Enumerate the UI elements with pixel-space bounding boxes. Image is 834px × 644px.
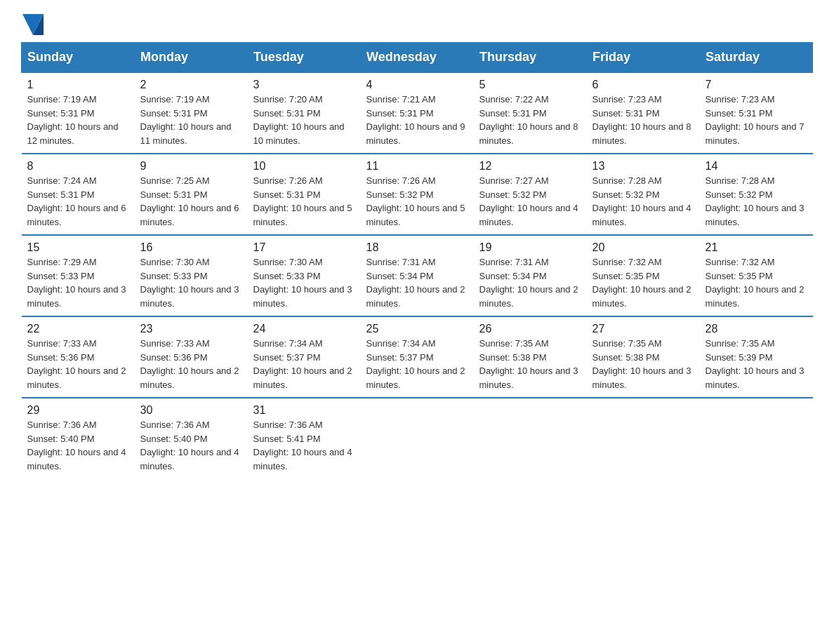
calendar-cell: 3 Sunrise: 7:20 AMSunset: 5:31 PMDayligh… — [248, 72, 361, 154]
day-info: Sunrise: 7:32 AMSunset: 5:35 PMDaylight:… — [593, 257, 691, 309]
day-number: 24 — [253, 323, 355, 335]
calendar-cell: 29 Sunrise: 7:36 AMSunset: 5:40 PMDaylig… — [22, 398, 135, 478]
calendar-cell: 21 Sunrise: 7:32 AMSunset: 5:35 PMDaylig… — [700, 235, 813, 316]
day-info: Sunrise: 7:24 AMSunset: 5:31 PMDaylight:… — [27, 175, 126, 227]
calendar-cell: 2 Sunrise: 7:19 AMSunset: 5:31 PMDayligh… — [135, 72, 248, 154]
day-number: 6 — [593, 79, 694, 91]
page-header — [21, 14, 813, 35]
logo — [21, 14, 45, 35]
day-number: 4 — [366, 79, 468, 91]
calendar-cell: 14 Sunrise: 7:28 AMSunset: 5:32 PMDaylig… — [700, 154, 813, 235]
day-number: 21 — [706, 241, 807, 254]
calendar-cell: 13 Sunrise: 7:28 AMSunset: 5:32 PMDaylig… — [587, 154, 700, 235]
day-info: Sunrise: 7:27 AMSunset: 5:32 PMDaylight:… — [479, 175, 578, 227]
calendar-cell: 7 Sunrise: 7:23 AMSunset: 5:31 PMDayligh… — [700, 72, 813, 154]
day-info: Sunrise: 7:36 AMSunset: 5:40 PMDaylight:… — [140, 420, 239, 471]
calendar-week-row: 1 Sunrise: 7:19 AMSunset: 5:31 PMDayligh… — [22, 72, 813, 154]
day-number: 29 — [27, 404, 129, 417]
calendar-cell: 26 Sunrise: 7:35 AMSunset: 5:38 PMDaylig… — [474, 316, 587, 398]
calendar-week-row: 29 Sunrise: 7:36 AMSunset: 5:40 PMDaylig… — [22, 398, 813, 478]
day-info: Sunrise: 7:30 AMSunset: 5:33 PMDaylight:… — [140, 257, 239, 309]
day-number: 12 — [479, 160, 581, 173]
col-sunday: Sunday — [22, 43, 135, 73]
day-number: 30 — [140, 404, 242, 417]
day-info: Sunrise: 7:28 AMSunset: 5:32 PMDaylight:… — [593, 175, 691, 227]
calendar-cell: 8 Sunrise: 7:24 AMSunset: 5:31 PMDayligh… — [22, 154, 135, 235]
day-info: Sunrise: 7:25 AMSunset: 5:31 PMDaylight:… — [140, 175, 239, 227]
day-number: 22 — [27, 323, 129, 335]
day-number: 5 — [479, 79, 581, 91]
calendar-cell: 22 Sunrise: 7:33 AMSunset: 5:36 PMDaylig… — [22, 316, 135, 398]
day-number: 14 — [706, 160, 807, 173]
day-info: Sunrise: 7:31 AMSunset: 5:34 PMDaylight:… — [479, 257, 578, 309]
day-number: 20 — [593, 241, 694, 254]
calendar-cell: 17 Sunrise: 7:30 AMSunset: 5:33 PMDaylig… — [248, 235, 361, 316]
day-number: 9 — [140, 160, 242, 173]
day-number: 3 — [253, 79, 355, 91]
day-number: 17 — [253, 241, 355, 254]
col-friday: Friday — [587, 43, 700, 73]
calendar-cell: 5 Sunrise: 7:22 AMSunset: 5:31 PMDayligh… — [474, 72, 587, 154]
day-info: Sunrise: 7:33 AMSunset: 5:36 PMDaylight:… — [27, 338, 126, 390]
day-info: Sunrise: 7:36 AMSunset: 5:41 PMDaylight:… — [253, 420, 352, 471]
day-info: Sunrise: 7:23 AMSunset: 5:31 PMDaylight:… — [593, 94, 691, 146]
calendar-cell: 18 Sunrise: 7:31 AMSunset: 5:34 PMDaylig… — [361, 235, 474, 316]
col-thursday: Thursday — [474, 43, 587, 73]
day-info: Sunrise: 7:26 AMSunset: 5:31 PMDaylight:… — [253, 175, 352, 227]
calendar-cell: 4 Sunrise: 7:21 AMSunset: 5:31 PMDayligh… — [361, 72, 474, 154]
calendar-cell — [474, 398, 587, 478]
day-number: 19 — [479, 241, 581, 254]
day-info: Sunrise: 7:29 AMSunset: 5:33 PMDaylight:… — [27, 257, 126, 309]
calendar-cell: 12 Sunrise: 7:27 AMSunset: 5:32 PMDaylig… — [474, 154, 587, 235]
col-saturday: Saturday — [700, 43, 813, 73]
day-number: 2 — [140, 79, 242, 91]
calendar-cell: 16 Sunrise: 7:30 AMSunset: 5:33 PMDaylig… — [135, 235, 248, 316]
day-number: 7 — [706, 79, 807, 91]
calendar-cell: 23 Sunrise: 7:33 AMSunset: 5:36 PMDaylig… — [135, 316, 248, 398]
calendar-cell: 28 Sunrise: 7:35 AMSunset: 5:39 PMDaylig… — [700, 316, 813, 398]
day-info: Sunrise: 7:26 AMSunset: 5:32 PMDaylight:… — [366, 175, 465, 227]
calendar-cell: 19 Sunrise: 7:31 AMSunset: 5:34 PMDaylig… — [474, 235, 587, 316]
calendar-cell: 10 Sunrise: 7:26 AMSunset: 5:31 PMDaylig… — [248, 154, 361, 235]
calendar-cell: 27 Sunrise: 7:35 AMSunset: 5:38 PMDaylig… — [587, 316, 700, 398]
calendar-cell: 1 Sunrise: 7:19 AMSunset: 5:31 PMDayligh… — [22, 72, 135, 154]
day-number: 28 — [706, 323, 807, 335]
calendar-cell — [700, 398, 813, 478]
day-info: Sunrise: 7:35 AMSunset: 5:38 PMDaylight:… — [479, 338, 578, 390]
col-wednesday: Wednesday — [361, 43, 474, 73]
day-info: Sunrise: 7:28 AMSunset: 5:32 PMDaylight:… — [706, 175, 805, 227]
calendar-cell: 24 Sunrise: 7:34 AMSunset: 5:37 PMDaylig… — [248, 316, 361, 398]
day-info: Sunrise: 7:19 AMSunset: 5:31 PMDaylight:… — [27, 94, 119, 146]
day-number: 25 — [366, 323, 468, 335]
day-info: Sunrise: 7:34 AMSunset: 5:37 PMDaylight:… — [366, 338, 465, 390]
day-number: 1 — [27, 79, 129, 91]
calendar-cell: 9 Sunrise: 7:25 AMSunset: 5:31 PMDayligh… — [135, 154, 248, 235]
day-info: Sunrise: 7:19 AMSunset: 5:31 PMDaylight:… — [140, 94, 232, 146]
day-number: 13 — [593, 160, 694, 173]
day-info: Sunrise: 7:31 AMSunset: 5:34 PMDaylight:… — [366, 257, 465, 309]
day-number: 26 — [479, 323, 581, 335]
day-info: Sunrise: 7:23 AMSunset: 5:31 PMDaylight:… — [706, 94, 805, 146]
day-info: Sunrise: 7:30 AMSunset: 5:33 PMDaylight:… — [253, 257, 352, 309]
calendar-table: Sunday Monday Tuesday Wednesday Thursday… — [21, 42, 813, 478]
day-info: Sunrise: 7:36 AMSunset: 5:40 PMDaylight:… — [27, 420, 126, 471]
calendar-cell: 20 Sunrise: 7:32 AMSunset: 5:35 PMDaylig… — [587, 235, 700, 316]
calendar-cell — [361, 398, 474, 478]
calendar-cell: 6 Sunrise: 7:23 AMSunset: 5:31 PMDayligh… — [587, 72, 700, 154]
calendar-cell — [587, 398, 700, 478]
calendar-cell: 31 Sunrise: 7:36 AMSunset: 5:41 PMDaylig… — [248, 398, 361, 478]
day-number: 23 — [140, 323, 242, 335]
day-number: 11 — [366, 160, 468, 173]
day-number: 8 — [27, 160, 129, 173]
col-tuesday: Tuesday — [248, 43, 361, 73]
calendar-cell: 25 Sunrise: 7:34 AMSunset: 5:37 PMDaylig… — [361, 316, 474, 398]
day-number: 15 — [27, 241, 129, 254]
calendar-cell: 15 Sunrise: 7:29 AMSunset: 5:33 PMDaylig… — [22, 235, 135, 316]
day-info: Sunrise: 7:20 AMSunset: 5:31 PMDaylight:… — [253, 94, 345, 146]
logo-icon — [22, 14, 44, 35]
day-number: 18 — [366, 241, 468, 254]
day-info: Sunrise: 7:22 AMSunset: 5:31 PMDaylight:… — [479, 94, 578, 146]
day-info: Sunrise: 7:34 AMSunset: 5:37 PMDaylight:… — [253, 338, 352, 390]
day-info: Sunrise: 7:33 AMSunset: 5:36 PMDaylight:… — [140, 338, 239, 390]
day-number: 16 — [140, 241, 242, 254]
